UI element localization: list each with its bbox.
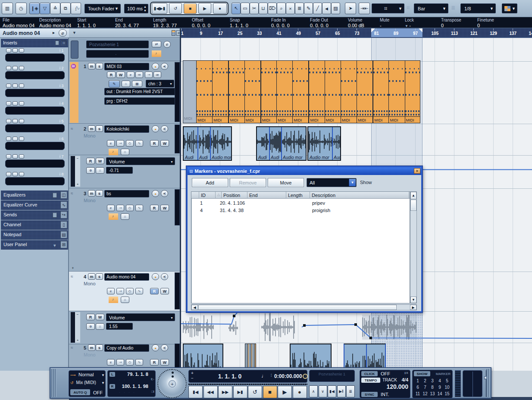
- clock-icon-button[interactable]: ◷: [16, 3, 27, 14]
- marker-row[interactable]: 431. 4. 4. 38proigrish: [191, 207, 410, 214]
- track-name-field[interactable]: Kolokolchiki: [104, 125, 149, 133]
- marker-number-12[interactable]: 12: [422, 391, 429, 397]
- solo-button[interactable]: s: [96, 344, 103, 351]
- read-button[interactable]: R: [150, 288, 159, 294]
- insert-slot[interactable]: [5, 89, 65, 97]
- mute-button[interactable]: m: [88, 63, 95, 69]
- record-enable-button[interactable]: ●: [152, 125, 159, 132]
- info-field-fade-in[interactable]: Fade In0. 0. 0. 0: [269, 17, 307, 28]
- read-button[interactable]: R: [86, 158, 95, 164]
- info-value[interactable]: 0. 0. 0. 0: [310, 23, 329, 28]
- marker-filter-select[interactable]: All ▼: [307, 178, 357, 187]
- markers-table-vscrollbar[interactable]: ▲ ▼: [410, 191, 417, 303]
- show-overview-toggle[interactable]: ≙: [50, 3, 60, 14]
- column-header[interactable]: Description: [310, 192, 409, 199]
- markers-table-hscrollbar[interactable]: ◀ ▶: [191, 304, 417, 310]
- marker-list-button[interactable]: ≣: [346, 385, 355, 397]
- eq-bypass-button[interactable]: ◇: [126, 205, 134, 211]
- rewind-button[interactable]: ◀◀: [203, 386, 218, 398]
- marker-number-15[interactable]: 15: [444, 391, 451, 397]
- pencil-button[interactable]: ⊕: [86, 323, 95, 330]
- info-value[interactable]: 19. 2. 3. 77: [153, 23, 177, 28]
- collapse-minus[interactable]: −: [75, 156, 80, 160]
- eq-icon[interactable]: ◫: [60, 191, 67, 199]
- slot-mini-button[interactable]: [13, 172, 18, 176]
- lock-button[interactable]: ⌂: [96, 323, 104, 330]
- expand-plus[interactable]: +: [71, 266, 75, 270]
- lane-collapse-column[interactable]: −+: [75, 156, 80, 187]
- read-button[interactable]: R: [150, 359, 159, 366]
- slot-mini-button[interactable]: [19, 119, 24, 123]
- edit-button[interactable]: e: [127, 72, 135, 78]
- stop-button[interactable]: ■: [263, 386, 277, 398]
- automation-value-field[interactable]: 1.55: [106, 323, 133, 330]
- punch-in-icon[interactable]: ‖▷: [151, 378, 154, 381]
- slot-mini-button[interactable]: [6, 137, 11, 141]
- marker-track-header[interactable]: Pozvrashenie 1⇄e·♪: [69, 39, 181, 61]
- sends-icon[interactable]: ↪: [60, 211, 67, 219]
- insert-slot[interactable]: [5, 159, 65, 168]
- read-button[interactable]: R: [150, 205, 159, 211]
- read-button[interactable]: R: [150, 140, 159, 147]
- audio-event[interactable]: AudiAudiAudio mor: [183, 126, 232, 161]
- track-name-field[interactable]: bs: [104, 190, 149, 197]
- eq-curve-icon[interactable]: ∿: [60, 201, 67, 209]
- auto-quantize-button[interactable]: AUTO Q: [70, 389, 90, 395]
- grid-toggle-icon[interactable]: 8: [176, 30, 181, 36]
- track-row-copy-of-audio[interactable]: 5≈msCopy of Audio●◂)Monoe⊸◇∿RW♪: [69, 343, 181, 371]
- write-button[interactable]: W: [96, 314, 104, 320]
- info-field-offset[interactable]: Offset0. 0. 0. 0: [189, 17, 227, 28]
- column-header[interactable]: End: [247, 192, 286, 199]
- goto-start-button[interactable]: ▮◀: [188, 386, 203, 398]
- slot-mini-button[interactable]: [6, 154, 11, 159]
- write-button[interactable]: W: [116, 72, 125, 78]
- slot-mini-button[interactable]: [6, 84, 11, 88]
- automation-param-select[interactable]: Volume▼: [106, 157, 175, 165]
- mute-button[interactable]: m: [88, 190, 95, 197]
- goto-end-button[interactable]: ▶▮: [233, 386, 247, 398]
- marker-number-2[interactable]: 2: [422, 378, 429, 384]
- info-field-start[interactable]: Start1. 1. 1. 0: [75, 17, 113, 28]
- record-enable-button[interactable]: ●: [152, 190, 159, 197]
- vscroll-thumb[interactable]: [410, 200, 416, 211]
- dialog-title-bar[interactable]: ▤ Markers - vozvrashenie_f.cpr ✕: [188, 167, 421, 175]
- write-button[interactable]: W: [160, 288, 169, 294]
- cycle-button[interactable]: ↺: [169, 3, 182, 14]
- track-name-field[interactable]: Audio mono 04: [104, 273, 149, 281]
- info-field-fade-out[interactable]: Fade Out0. 0. 0. 0: [307, 17, 345, 28]
- midi-clip[interactable]: MIDI: [244, 61, 260, 123]
- user-panel-icon[interactable]: ⊞: [60, 241, 67, 248]
- hscroll-thumb[interactable]: [198, 305, 397, 310]
- midi-clip[interactable]: MIDI: [196, 61, 212, 123]
- nudge-down-button[interactable]: ∨: [319, 385, 327, 397]
- info-value[interactable]: 0: [477, 23, 480, 28]
- info-field-volume[interactable]: Volume0.00 dB: [345, 17, 377, 28]
- slot-mini-button[interactable]: [6, 172, 11, 176]
- scrub-strip[interactable]: [188, 384, 307, 385]
- monitor-button[interactable]: ◂): [161, 63, 168, 70]
- play-button[interactable]: ▶: [278, 386, 292, 398]
- automation-value-field[interactable]: -0.71: [106, 167, 133, 174]
- cycle-record-mode-select[interactable]: ↺ Mix (MIDI) ▼: [70, 380, 105, 386]
- object-selection-tool[interactable]: ↖: [232, 3, 241, 14]
- insert-slot[interactable]: [5, 71, 65, 79]
- forward-button[interactable]: ▶▶: [218, 386, 232, 398]
- slot-mini-button[interactable]: [19, 172, 24, 176]
- quantize-select[interactable]: 1/8 ▼: [460, 3, 496, 13]
- info-field-lock[interactable]: Lock▼ -: [402, 17, 438, 28]
- monitor-button[interactable]: ◂): [161, 125, 168, 132]
- edit-button[interactable]: e: [107, 205, 115, 211]
- insert-slot[interactable]: [5, 142, 65, 150]
- slot-mini-button[interactable]: [13, 154, 18, 159]
- inspector-tab-sends[interactable]: Sends↪: [1, 210, 68, 220]
- show-infoline-toggle[interactable]: ▽: [40, 3, 50, 14]
- automation-lane-volume-1[interactable]: −+RWVolume▼⊕⌂-0.71: [69, 155, 181, 188]
- midi-clip[interactable]: MIDI: [260, 61, 276, 123]
- stop-button[interactable]: ■: [184, 3, 197, 14]
- punch-out-icon[interactable]: □‖: [151, 390, 154, 393]
- audio-event[interactable]: AudiAudiAudio mor: [256, 126, 307, 161]
- record-enable-button[interactable]: ●: [152, 63, 159, 70]
- write-button[interactable]: W: [160, 359, 169, 366]
- sort-indicator-cell[interactable]: △: [216, 192, 222, 199]
- chevron-down-icon[interactable]: ▼: [349, 179, 356, 186]
